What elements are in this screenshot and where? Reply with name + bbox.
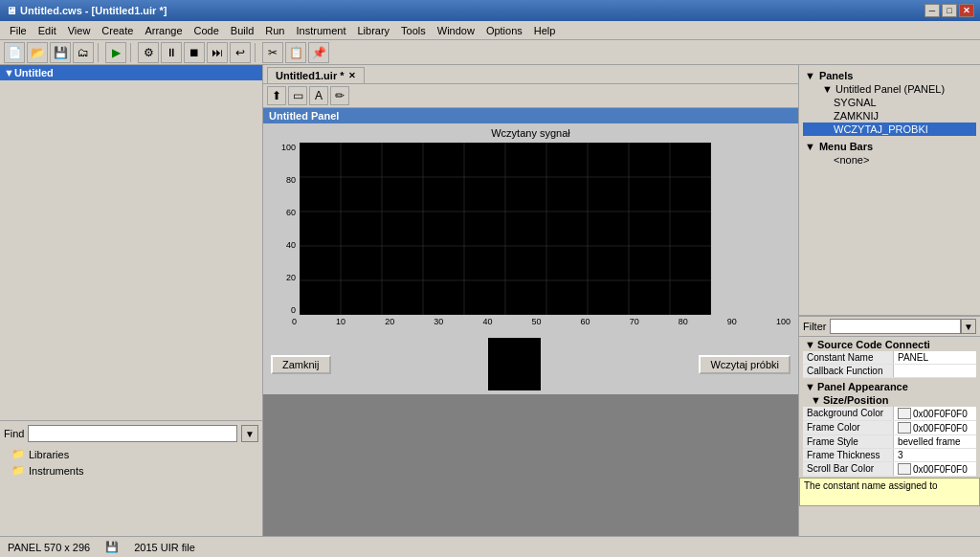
x-label-40: 40	[482, 317, 492, 326]
bg-color-text: 0x00F0F0F0	[913, 409, 968, 419]
load-button[interactable]: Wczytaj próbki	[699, 355, 791, 374]
chart-canvas[interactable]	[300, 143, 798, 315]
pause-button[interactable]: ⏸	[161, 42, 182, 63]
filter-dropdown-btn[interactable]: ▼	[961, 319, 976, 334]
source-code-collapse: ▼	[805, 339, 815, 350]
libraries-item[interactable]: 📁 Libraries	[4, 446, 258, 462]
menu-library[interactable]: Library	[351, 23, 395, 38]
frame-thickness-value[interactable]: 3	[894, 449, 976, 461]
menu-view[interactable]: View	[62, 23, 97, 38]
panel-appearance-header[interactable]: ▼ Panel Appearance	[803, 380, 976, 393]
x-label-20: 20	[385, 317, 394, 326]
chart-area: Wczytany sygnał 100 80 60 40 20 0	[263, 123, 798, 334]
source-code-header[interactable]: ▼ Source Code Connecti	[803, 338, 976, 351]
filter-label: Filter	[803, 321, 826, 332]
restore-button[interactable]: □	[942, 4, 957, 17]
tab-close-icon[interactable]: ✕	[348, 71, 356, 80]
menu-create[interactable]: Create	[96, 23, 139, 38]
panel-editor-toolbar: ⬆ ▭ A ✏	[263, 84, 798, 108]
menu-window[interactable]: Window	[432, 23, 480, 38]
menu-instrument[interactable]: Instrument	[290, 23, 351, 38]
paste-button[interactable]: 📌	[308, 42, 329, 63]
find-dropdown-btn[interactable]: ▼	[241, 425, 258, 442]
y-label-100: 100	[281, 143, 296, 152]
size-position-header[interactable]: ▼ Size/Position	[803, 393, 976, 407]
panels-label: Panels	[819, 70, 853, 81]
x-label-0: 0	[292, 317, 297, 326]
x-label-70: 70	[630, 317, 639, 326]
zamknij-button[interactable]: Zamknij	[271, 355, 331, 374]
panel-header: Untitled Panel	[263, 108, 798, 123]
cut-button[interactable]: ✂	[262, 42, 283, 63]
bg-color-value[interactable]: 0x00F0F0F0	[894, 407, 976, 420]
menu-help[interactable]: Help	[528, 23, 562, 38]
instruments-icon: 📁	[11, 464, 25, 477]
filter-bar: Filter ▼	[799, 317, 980, 337]
save-all-button[interactable]: 🗂	[73, 42, 94, 63]
menu-options[interactable]: Options	[480, 23, 528, 38]
menubars-section-header: ▼ Menu Bars	[803, 140, 976, 153]
panel-appearance-section: ▼ Panel Appearance ▼ Size/Position Backg…	[799, 379, 980, 478]
menu-arrange[interactable]: Arrange	[139, 23, 188, 38]
menu-build[interactable]: Build	[225, 23, 259, 38]
app-icon: 🖥	[6, 5, 16, 16]
step-button[interactable]: ⏭	[207, 42, 228, 63]
zamknij-label: ZAMKNIJ	[834, 110, 879, 122]
size-position-label: Size/Position	[823, 394, 888, 406]
toolbar-separator-3	[255, 43, 258, 62]
stop-button[interactable]: ⏹	[184, 42, 205, 63]
main-layout: ▼ Untitled Find ▼ 📁 Libraries 📁 Instrume…	[0, 65, 980, 536]
sygnal-node[interactable]: SYGNAL	[803, 96, 976, 109]
y-label-20: 20	[286, 273, 296, 282]
scrollbar-color-value[interactable]: 0x00F0F0F0	[894, 462, 976, 476]
save-button[interactable]: 💾	[50, 42, 71, 63]
center-area: Untitled1.uir * ✕ ⬆ ▭ A ✏ Untitled Panel…	[263, 65, 798, 536]
frame-style-value[interactable]: bevelled frame	[894, 435, 976, 448]
run2-button[interactable]: ⚙	[138, 42, 159, 63]
window-controls: ─ □ ✕	[924, 4, 974, 17]
menu-file[interactable]: File	[4, 23, 33, 38]
minimize-button[interactable]: ─	[924, 4, 940, 17]
new-button[interactable]: 📄	[4, 42, 25, 63]
description-text: The constant name assigned to	[804, 480, 938, 491]
frame-color-label: Frame Color	[803, 421, 894, 434]
status-panel-info: PANEL 570 x 296	[8, 542, 90, 553]
pencil-tool[interactable]: ✏	[330, 86, 349, 105]
left-panel: ▼ Untitled Find ▼ 📁 Libraries 📁 Instrume…	[0, 65, 263, 536]
scrollbar-color-swatch	[898, 463, 911, 475]
stepover-button[interactable]: ↩	[230, 42, 251, 63]
x-label-60: 60	[581, 317, 590, 326]
text-tool[interactable]: A	[309, 86, 328, 105]
find-input[interactable]	[28, 425, 237, 442]
wczytaj-node[interactable]: WCZYTAJ_PROBKI	[803, 123, 976, 136]
libraries-label: Libraries	[29, 449, 69, 460]
menu-edit[interactable]: Edit	[33, 23, 62, 38]
open-button[interactable]: 📂	[27, 42, 48, 63]
source-code-label: Source Code Connecti	[817, 339, 930, 350]
copy-button[interactable]: 📋	[285, 42, 306, 63]
sygnal-label: SYGNAL	[834, 97, 877, 108]
callback-label: Callback Function	[803, 365, 894, 377]
close-button[interactable]: ✕	[959, 4, 974, 17]
callback-value[interactable]	[894, 365, 976, 377]
frame-color-value[interactable]: 0x00F0F0F0	[894, 421, 976, 434]
cursor-tool[interactable]: ⬆	[267, 86, 286, 105]
filter-input[interactable]	[830, 319, 961, 334]
y-label-80: 80	[286, 175, 296, 185]
x-label-10: 10	[336, 317, 345, 326]
untitled-panel-node[interactable]: ▼ Untitled Panel (PANEL)	[803, 82, 976, 96]
tab-untitled1[interactable]: Untitled1.uir * ✕	[267, 67, 365, 83]
toolbar-separator-1	[98, 43, 101, 62]
instruments-item[interactable]: 📁 Instruments	[4, 462, 258, 479]
y-axis: 100 80 60 40 20 0	[271, 143, 300, 315]
run-button[interactable]: ▶	[105, 42, 126, 63]
none-node[interactable]: <none>	[803, 153, 976, 167]
frame-tool[interactable]: ▭	[288, 86, 307, 105]
menu-run[interactable]: Run	[259, 23, 290, 38]
frame-style-text: bevelled frame	[898, 436, 961, 447]
menu-code[interactable]: Code	[189, 23, 225, 38]
menu-tools[interactable]: Tools	[395, 23, 432, 38]
constant-name-value[interactable]: PANEL	[894, 351, 976, 364]
zamknij-node[interactable]: ZAMKNIJ	[803, 109, 976, 123]
x-label-90: 90	[727, 317, 737, 326]
